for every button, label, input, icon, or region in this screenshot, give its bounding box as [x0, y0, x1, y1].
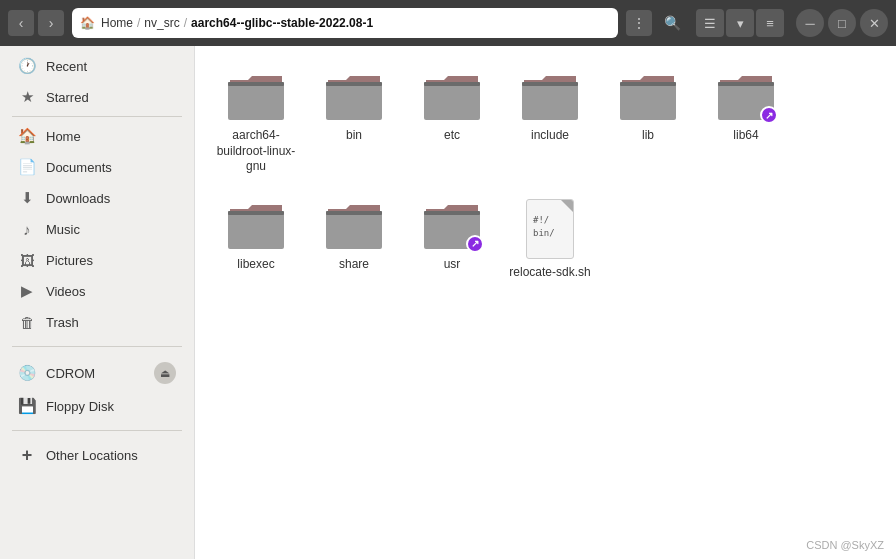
- svg-rect-8: [424, 211, 480, 215]
- downloads-icon: ⬇: [18, 189, 36, 207]
- close-button[interactable]: ✕: [860, 9, 888, 37]
- file-item-aarch64[interactable]: aarch64-buildroot-linux-gnu: [211, 62, 301, 183]
- breadcrumb-sep-2: /: [184, 16, 187, 30]
- script-file-icon: #!/ bin/: [526, 199, 574, 259]
- view-dropdown-button[interactable]: ▾: [726, 9, 754, 37]
- titlebar: ‹ › 🏠 Home / nv_src / aarch64--glibc--st…: [0, 0, 896, 46]
- sidebar-divider-3: [12, 430, 182, 431]
- sidebar-item-floppy-label: Floppy Disk: [46, 399, 114, 414]
- file-item-include[interactable]: include: [505, 62, 595, 183]
- file-label-etc: etc: [444, 128, 460, 144]
- file-item-share[interactable]: share: [309, 191, 399, 289]
- sidebar-item-pictures[interactable]: 🖼 Pictures: [6, 245, 188, 275]
- sidebar-item-trash[interactable]: 🗑 Trash: [6, 307, 188, 337]
- file-item-relocate-sdk[interactable]: #!/ bin/ relocate-sdk.sh: [505, 191, 595, 289]
- forward-icon: ›: [49, 15, 54, 31]
- breadcrumb-bar: 🏠 Home / nv_src / aarch64--glibc--stable…: [72, 8, 618, 38]
- file-item-etc[interactable]: etc: [407, 62, 497, 183]
- main-layout: 🕐 Recent ★ Starred 🏠 Home 📄 Documents ⬇ …: [0, 46, 896, 559]
- sidebar-item-downloads[interactable]: ⬇ Downloads: [6, 183, 188, 213]
- file-item-lib64[interactable]: ↗ lib64: [701, 62, 791, 183]
- forward-button[interactable]: ›: [38, 10, 64, 36]
- window-controls: ─ □ ✕: [796, 9, 888, 37]
- files-grid: aarch64-buildroot-linux-gnu bin: [211, 62, 880, 288]
- list-icon: ☰: [704, 16, 716, 31]
- sidebar-item-home[interactable]: 🏠 Home: [6, 121, 188, 151]
- back-button[interactable]: ‹: [8, 10, 34, 36]
- file-item-usr[interactable]: ↗ usr: [407, 191, 497, 289]
- search-icon: 🔍: [664, 15, 681, 31]
- breadcrumb-sep-1: /: [137, 16, 140, 30]
- folder-icon-share: [324, 199, 384, 251]
- file-label-lib: lib: [642, 128, 654, 144]
- menu-icon: ≡: [766, 16, 774, 31]
- menu-dots-icon: ⋮: [632, 15, 646, 31]
- file-corner: [561, 200, 573, 212]
- sidebar-item-floppy[interactable]: 💾 Floppy Disk: [6, 391, 188, 421]
- back-icon: ‹: [19, 15, 24, 31]
- sidebar-item-cdrom-label: CDROM: [46, 366, 95, 381]
- breadcrumb-home[interactable]: Home: [101, 16, 133, 30]
- cdrom-left: 💿 CDROM: [18, 364, 95, 382]
- sidebar: 🕐 Recent ★ Starred 🏠 Home 📄 Documents ⬇ …: [0, 46, 195, 559]
- menu-dots-button[interactable]: ⋮: [626, 10, 652, 36]
- sidebar-item-home-label: Home: [46, 129, 81, 144]
- minimize-icon: ─: [805, 16, 814, 31]
- star-icon: ★: [18, 88, 36, 106]
- sidebar-item-starred[interactable]: ★ Starred: [6, 82, 188, 112]
- sidebar-divider-2: [12, 346, 182, 347]
- documents-icon: 📄: [18, 158, 36, 176]
- breadcrumb-part-1[interactable]: nv_src: [144, 16, 179, 30]
- close-icon: ✕: [869, 16, 880, 31]
- sidebar-item-music[interactable]: ♪ Music: [6, 214, 188, 244]
- folder-icon-include: [520, 70, 580, 122]
- sidebar-item-pictures-label: Pictures: [46, 253, 93, 268]
- breadcrumb-part-2[interactable]: aarch64--glibc--stable-2022.08-1: [191, 16, 373, 30]
- symlink-badge-usr: ↗: [466, 235, 484, 253]
- sidebar-item-recent[interactable]: 🕐 Recent: [6, 51, 188, 81]
- sidebar-item-videos[interactable]: ▶ Videos: [6, 276, 188, 306]
- view-list-button[interactable]: ☰: [696, 9, 724, 37]
- file-item-libexec[interactable]: libexec: [211, 191, 301, 289]
- folder-icon-etc: [422, 70, 482, 122]
- sidebar-item-documents[interactable]: 📄 Documents: [6, 152, 188, 182]
- svg-rect-2: [424, 82, 480, 86]
- symlink-badge-lib64: ↗: [760, 106, 778, 124]
- file-item-bin[interactable]: bin: [309, 62, 399, 183]
- folder-icon-aarch64: [226, 70, 286, 122]
- sidebar-item-cdrom[interactable]: 💿 CDROM ⏏: [6, 356, 188, 390]
- folder-svg-lib: [618, 70, 678, 122]
- cdrom-icon: 💿: [18, 364, 36, 382]
- svg-rect-0: [228, 82, 284, 86]
- content-area: aarch64-buildroot-linux-gnu bin: [195, 46, 896, 559]
- folder-icon-libexec: [226, 199, 286, 251]
- watermark: CSDN @SkyXZ: [806, 539, 884, 551]
- file-label-relocate-sdk: relocate-sdk.sh: [509, 265, 590, 281]
- dropdown-arrow-icon: ▾: [737, 16, 744, 31]
- eject-icon: ⏏: [160, 367, 170, 380]
- sidebar-item-trash-label: Trash: [46, 315, 79, 330]
- search-button[interactable]: 🔍: [656, 7, 688, 39]
- folder-svg-include: [520, 70, 580, 122]
- maximize-button[interactable]: □: [828, 9, 856, 37]
- svg-rect-6: [228, 211, 284, 215]
- pictures-icon: 🖼: [18, 251, 36, 269]
- eject-button[interactable]: ⏏: [154, 362, 176, 384]
- folder-svg-libexec: [226, 199, 286, 251]
- folder-icon-usr: ↗: [422, 199, 482, 251]
- folder-svg-etc: [422, 70, 482, 122]
- sidebar-item-other-locations[interactable]: + Other Locations: [6, 440, 188, 470]
- file-item-lib[interactable]: lib: [603, 62, 693, 183]
- file-label-usr: usr: [444, 257, 461, 273]
- music-icon: ♪: [18, 220, 36, 238]
- script-content: #!/ bin/: [527, 200, 559, 245]
- svg-rect-4: [620, 82, 676, 86]
- minimize-button[interactable]: ─: [796, 9, 824, 37]
- view-menu-button[interactable]: ≡: [756, 9, 784, 37]
- svg-rect-7: [326, 211, 382, 215]
- sidebar-other-section: + Other Locations: [0, 435, 194, 475]
- sidebar-item-music-label: Music: [46, 222, 80, 237]
- sidebar-item-starred-label: Starred: [46, 90, 89, 105]
- folder-svg-share: [324, 199, 384, 251]
- recent-icon: 🕐: [18, 57, 36, 75]
